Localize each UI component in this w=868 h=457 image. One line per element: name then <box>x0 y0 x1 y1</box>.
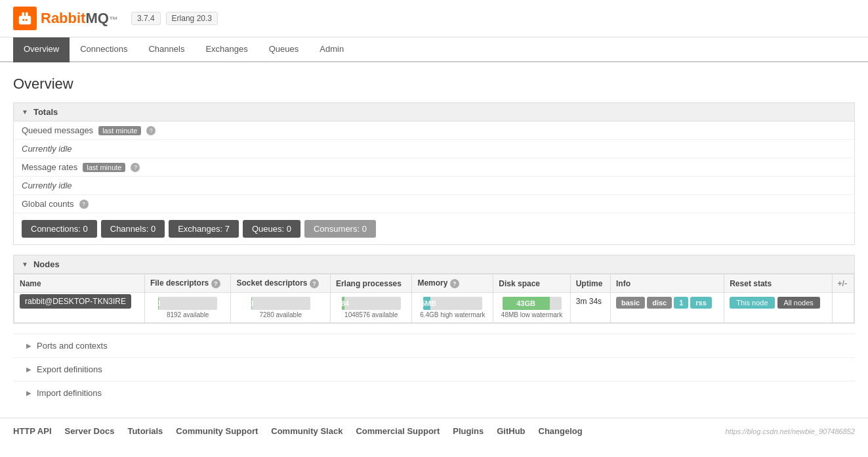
nav-admin[interactable]: Admin <box>309 37 354 62</box>
page-title: Overview <box>13 76 855 93</box>
nodes-table-wrap: Name File descriptors ? Socket descripto… <box>14 274 854 323</box>
svg-rect-1 <box>22 12 24 17</box>
nodes-section-title: Nodes <box>33 259 60 269</box>
footer-community-slack[interactable]: Community Slack <box>271 426 342 436</box>
nodes-table-header-row: Name File descriptors ? Socket descripto… <box>14 274 854 293</box>
badge-disc: disc <box>647 297 672 309</box>
node-uptime-cell: 3m 34s <box>570 293 610 323</box>
connections-count-btn[interactable]: Connections: 0 <box>22 220 97 238</box>
import-arrow: ▶ <box>26 389 31 397</box>
socket-desc-bar: 0 <box>251 297 252 310</box>
export-header[interactable]: ▶ Export definitions <box>13 358 855 381</box>
file-desc-progress: 0 8192 available <box>150 297 226 318</box>
footer: HTTP API Server Docs Tutorials Community… <box>0 418 868 444</box>
ports-arrow: ▶ <box>26 342 31 349</box>
version-badge: 3.7.4 <box>131 12 161 25</box>
ports-label: Ports and contexts <box>37 341 108 351</box>
erlang-avail: 1048576 available <box>344 311 398 318</box>
memory-bar: 85MB <box>423 297 430 310</box>
footer-url-wrap: https://blog.csdn.net/newbie_907486852 <box>596 426 855 436</box>
exchanges-count-btn[interactable]: Exchanges: 7 <box>169 220 239 238</box>
socket-desc-help[interactable]: ? <box>310 279 319 288</box>
node-disk-cell: 43GB 48MB low watermark <box>493 293 570 323</box>
queued-messages-badge: last minute <box>98 126 141 135</box>
message-rates-badge: last minute <box>83 163 125 172</box>
footer-tutorials[interactable]: Tutorials <box>127 426 163 436</box>
file-desc-help[interactable]: ? <box>211 279 220 288</box>
rabbitmq-logo-icon <box>13 7 37 30</box>
this-node-btn[interactable]: This node <box>730 297 774 309</box>
memory-bar-wrap: 85MB <box>423 297 482 310</box>
totals-content: Queued messages last minute ? Currently … <box>14 121 854 244</box>
col-info: Info <box>611 274 724 293</box>
ports-header[interactable]: ▶ Ports and contexts <box>13 334 855 357</box>
erlang-badge: Erlang 20.3 <box>166 12 218 25</box>
erlang-bar-wrap: 384 <box>342 297 401 310</box>
col-uptime: Uptime <box>570 274 610 293</box>
node-row: rabbit@DESKTOP-TKN3IRE 0 8192 available <box>14 293 854 323</box>
ports-section: ▶ Ports and contexts <box>13 334 855 357</box>
memory-sub: 6.4GB high watermark <box>420 311 486 318</box>
plus-minus-btn[interactable]: +/- <box>838 279 847 288</box>
message-rates-status: Currently idle <box>22 181 72 190</box>
footer-commercial-support[interactable]: Commercial Support <box>356 426 440 436</box>
memory-progress: 85MB 6.4GB high watermark <box>417 297 487 318</box>
col-plusminus: +/- <box>832 274 854 293</box>
col-disk: Disk space <box>493 274 570 293</box>
queued-messages-status-row: Currently idle <box>14 140 854 158</box>
memory-help[interactable]: ? <box>450 279 459 288</box>
node-uptime: 3m 34s <box>576 297 602 306</box>
footer-server-docs[interactable]: Server Docs <box>65 426 115 436</box>
queues-count-btn[interactable]: Queues: 0 <box>243 220 300 238</box>
col-name: Name <box>14 274 145 293</box>
disk-sub: 48MB low watermark <box>501 311 562 318</box>
col-erlang: Erlang processes <box>330 274 412 293</box>
badge-rss: rss <box>690 297 712 309</box>
col-memory: Memory ? <box>412 274 493 293</box>
all-nodes-btn[interactable]: All nodes <box>777 297 820 309</box>
totals-section-title: Totals <box>33 107 58 117</box>
footer-github[interactable]: GitHub <box>497 426 525 436</box>
node-extra-cell <box>832 293 854 323</box>
node-action-buttons: This node All nodes <box>730 297 826 309</box>
nav-overview[interactable]: Overview <box>13 37 70 62</box>
queued-messages-help[interactable]: ? <box>146 126 155 135</box>
footer-http-api[interactable]: HTTP API <box>13 426 52 436</box>
disk-bar: 43GB <box>503 297 550 310</box>
node-info-cell: basic disc 1 rss <box>611 293 724 323</box>
queued-messages-row: Queued messages last minute ? <box>14 121 854 140</box>
footer-changelog[interactable]: Changelog <box>539 426 583 436</box>
export-arrow: ▶ <box>26 366 31 373</box>
nav-exchanges[interactable]: Exchanges <box>195 37 258 62</box>
nav-connections[interactable]: Connections <box>70 37 138 62</box>
global-counts-label: Global counts <box>22 199 74 209</box>
badge-num: 1 <box>674 297 688 309</box>
svg-rect-3 <box>22 19 24 21</box>
footer-url: https://blog.csdn.net/newbie_907486852 <box>725 427 855 435</box>
totals-section-header[interactable]: ▼ Totals <box>14 103 854 121</box>
svg-rect-2 <box>26 12 28 17</box>
message-rates-help[interactable]: ? <box>131 163 140 172</box>
node-name-cell: rabbit@DESKTOP-TKN3IRE <box>14 293 145 323</box>
logo: RabbitMQ™ <box>13 7 118 30</box>
message-rates-row: Message rates last minute ? <box>14 158 854 177</box>
channels-count-btn[interactable]: Channels: 0 <box>101 220 165 238</box>
footer-plugins[interactable]: Plugins <box>453 426 484 436</box>
nodes-section: ▼ Nodes Name File descriptors ? Sock <box>13 255 855 324</box>
nav-channels[interactable]: Channels <box>138 37 195 62</box>
consumers-count-btn: Consumers: 0 <box>304 220 376 238</box>
file-desc-avail: 8192 available <box>167 311 209 318</box>
footer-community-support[interactable]: Community Support <box>176 426 258 436</box>
import-label: Import definitions <box>37 388 102 398</box>
totals-section: ▼ Totals Queued messages last minute ? C… <box>13 102 855 245</box>
import-header[interactable]: ▶ Import definitions <box>13 381 855 404</box>
global-counts-help[interactable]: ? <box>79 200 89 209</box>
badge-basic: basic <box>616 297 645 309</box>
queued-messages-status: Currently idle <box>22 144 72 154</box>
col-reset: Reset stats <box>724 274 832 293</box>
nodes-section-header[interactable]: ▼ Nodes <box>14 255 854 274</box>
disk-bar-wrap: 43GB <box>503 297 562 310</box>
nav-queues[interactable]: Queues <box>258 37 310 62</box>
rabbit-icon <box>18 11 32 26</box>
node-erlang-cell: 384 1048576 available <box>330 293 412 323</box>
